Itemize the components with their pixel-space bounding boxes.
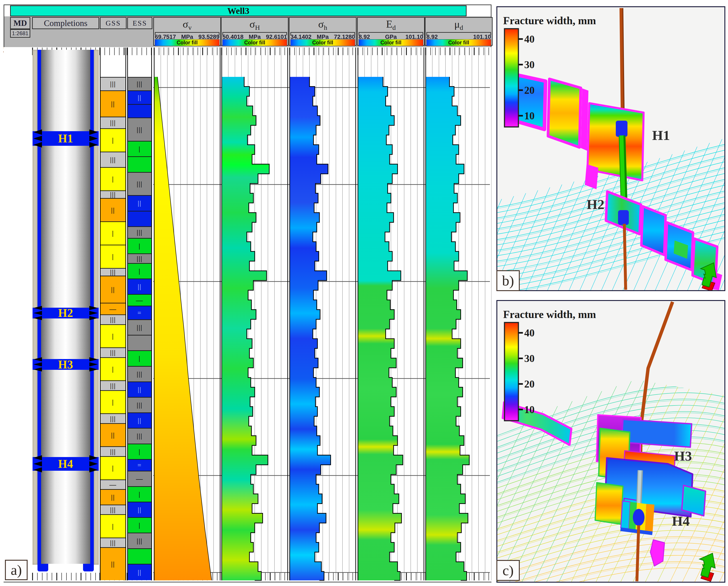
viewport-b-scene: H1H2Fracture width, mm40302010: [497, 7, 724, 290]
gssCol-block: ||: [101, 90, 125, 116]
track-header-E_d[interactable]: Ed 8.92 GPa 101.10 Color fill: [357, 17, 425, 46]
gssCol-block: |: [101, 245, 125, 268]
gssCol-block: |||: [101, 77, 125, 90]
packer-H1: [616, 121, 627, 137]
ess-header[interactable]: ESS: [127, 17, 152, 29]
gssCol-block: ||: [101, 423, 125, 447]
panel-b-label: b): [496, 270, 520, 291]
essCol-block: |||: [128, 226, 151, 238]
essCol-block: =: [128, 459, 151, 471]
perforation-arrows: [32, 129, 42, 148]
casing-shoe-right: [83, 564, 94, 571]
track-header-sigma_h[interactable]: σh 34.1402 MPa 72.1280 Color fill: [289, 17, 357, 46]
essCol-block: |: [128, 444, 151, 459]
gssCol-block: |||: [101, 380, 125, 390]
essCol-block: |||: [128, 397, 151, 412]
color-fill-bar[interactable]: Color fill: [155, 39, 220, 46]
gssCol-block: —: [101, 479, 125, 489]
gss-header[interactable]: GSS: [100, 17, 127, 29]
perforation-arrows: [89, 357, 99, 372]
essCol-block: ||: [128, 502, 151, 517]
wellbore-lower: [637, 525, 639, 581]
gssCol-block: |||: [101, 413, 125, 423]
essCol-block: |||: [128, 319, 151, 335]
gssCol-block: |: [101, 324, 125, 348]
fracture-3d-viewport-b[interactable]: H1H2Fracture width, mm40302010: [496, 6, 725, 291]
perforation-arrows: [32, 455, 42, 473]
gssCol-block: |: [101, 390, 125, 414]
legend-tick-label: 20: [524, 378, 534, 390]
essCol-block: ||: [128, 381, 151, 397]
essCol-block: [128, 548, 151, 564]
track-header-sigma_v[interactable]: σv 69.7517 MPa 93.5289 Color fill: [153, 17, 221, 46]
md-scale: 1:2681: [10, 29, 30, 38]
color-fill-label: Color fill: [177, 40, 198, 46]
gssCol-block: |: [101, 514, 125, 537]
scale-arrow-line: [155, 32, 220, 33]
gssCol-block: |||: [101, 347, 125, 357]
gssCol-block: ||: [101, 489, 125, 505]
essCol-block: —: [128, 471, 151, 486]
scale-arrow-line: [426, 32, 491, 33]
essCol-block: ||: [128, 564, 151, 580]
essCol-block: |||: [128, 172, 151, 195]
casing-shoe-left: [37, 564, 48, 571]
well-title-banner: Well3: [10, 5, 467, 16]
gssCol-block: |||: [101, 116, 125, 128]
gssCol-block: —: [101, 303, 125, 314]
annotation-H3: H3: [674, 448, 692, 463]
essCol-block: [128, 211, 151, 226]
legend-tick-label: 30: [524, 59, 534, 71]
color-fill-bar[interactable]: Color fill: [222, 39, 287, 46]
md-header[interactable]: MD: [10, 17, 30, 29]
essCol-block: |||: [128, 366, 151, 381]
gssCol-block: |: [101, 167, 125, 190]
gssCol-block: |: [101, 357, 125, 380]
gssCol-block: |: [101, 128, 125, 152]
essCol-block: |: [128, 517, 151, 533]
perforation-arrows: [89, 129, 99, 148]
gssCol-block: |||: [101, 190, 125, 198]
track-header-mu_d[interactable]: μd 8.92 101.10 Color fill: [425, 17, 493, 46]
annotation-H4: H4: [672, 513, 689, 529]
color-fill-bar[interactable]: Color fill: [359, 39, 423, 46]
gssCol-block: |||: [101, 505, 125, 514]
perforation-arrows: [32, 357, 42, 372]
perforation-zone-H1[interactable]: H1: [32, 131, 99, 146]
legend-tick-label: 40: [524, 327, 534, 339]
annotation-H1: H1: [652, 128, 670, 143]
gssCol-block: |||: [101, 268, 125, 276]
color-fill-bar[interactable]: Color fill: [426, 39, 491, 46]
legend-tick-label: 10: [524, 404, 534, 415]
gssCol-block: |||: [101, 446, 125, 456]
fracture-3d-viewport-c[interactable]: H3H4Fracture width, mm40302010: [496, 300, 725, 583]
essCol-block: ||: [128, 412, 151, 428]
perforation-zone-H3[interactable]: H3: [32, 359, 99, 370]
perforation-arrows: [89, 305, 99, 321]
gssCol-block: |||: [101, 314, 125, 324]
essCol-block: ||: [128, 195, 151, 211]
perforation-zone-H4[interactable]: H4: [32, 457, 99, 471]
track-title: σv: [154, 18, 220, 31]
gssCol-block: ||: [101, 198, 125, 221]
essCol-block: |||: [128, 254, 151, 263]
completions-header[interactable]: Completions: [32, 17, 99, 29]
legend-tick-label: 40: [524, 33, 534, 45]
color-fill-bar[interactable]: Color fill: [291, 39, 355, 46]
essCol-block: ||: [128, 90, 151, 104]
essCol-block: |||: [128, 117, 151, 141]
perforation-zone-H2[interactable]: H2: [32, 308, 99, 318]
legend-tick-label: 10: [524, 110, 534, 122]
color-fill-label: Color fill: [244, 40, 265, 46]
annotation-H2: H2: [586, 197, 604, 212]
track-header-sigma_H[interactable]: σH 50.4018 MPa 92.6101 Color fill: [221, 17, 288, 46]
packer-H4: [633, 509, 645, 526]
wellbore-upper: [621, 8, 623, 121]
track-title: σh: [290, 18, 356, 31]
color-fill-label: Color fill: [312, 40, 333, 46]
track-title: σH: [222, 18, 288, 31]
essCol-block: |: [128, 238, 151, 254]
track-title: μd: [426, 18, 492, 31]
scale-arrow-line: [291, 32, 355, 33]
essCol-block: ||: [128, 278, 151, 294]
